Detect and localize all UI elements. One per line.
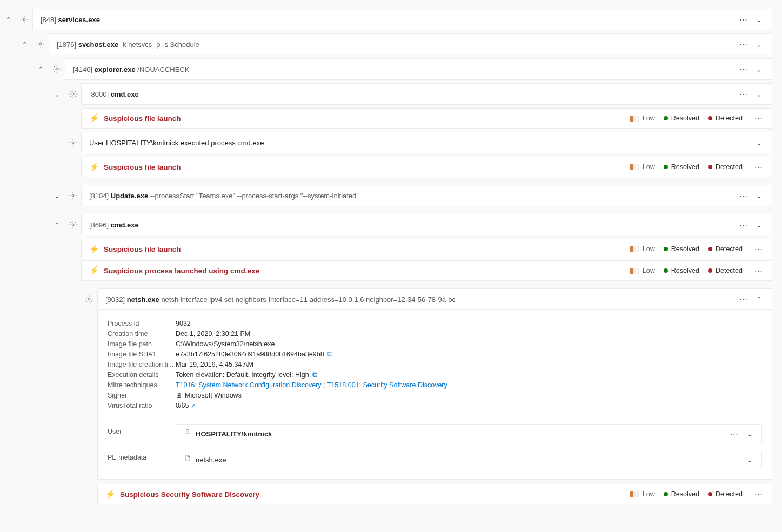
status-resolved: Resolved: [664, 163, 699, 171]
value-path: C:\Windows\System32\netsh.exe: [176, 339, 762, 349]
user-bar[interactable]: HOSPITALITY\kmitnick ⋯ ⌄: [176, 424, 762, 443]
process-title-8696[interactable]: [8696] cmd.exe: [89, 221, 736, 229]
mitre-link-t1518[interactable]: T1518.001: Security Software Discovery: [327, 381, 447, 389]
expand-details-4140[interactable]: ⌄: [751, 65, 766, 73]
alert-title-a1[interactable]: Suspicious file launch: [104, 115, 181, 123]
value-vt: 0/65: [176, 402, 189, 409]
process-title-8104[interactable]: [8104] Update.exe --processStart "Teams.…: [89, 192, 736, 200]
more-actions-4140[interactable]: ⋯: [736, 64, 751, 74]
process-icon-user8000: [65, 134, 81, 151]
process-title-1876[interactable]: [1876] svchost.exe -k netsvcs -p -s Sche…: [57, 41, 736, 49]
expand-details-1876[interactable]: ⌄: [751, 41, 766, 49]
svg-point-0: [23, 18, 25, 21]
svg-point-8: [186, 429, 189, 432]
expand-details-8104[interactable]: ⌄: [751, 192, 766, 200]
more-actions-8104[interactable]: ⋯: [736, 191, 751, 200]
label-mitre: Mitre techniques: [108, 380, 176, 390]
alert-icon: ⚡: [89, 244, 99, 254]
status-detected: Detected: [708, 267, 743, 274]
alert-icon: ⚡: [89, 113, 99, 123]
signer-icon: 🗎: [176, 392, 183, 399]
svg-point-4: [72, 142, 74, 144]
expand-details-8000[interactable]: ⌄: [751, 90, 766, 98]
label-signer: Signer: [108, 390, 176, 401]
more-actions-1876[interactable]: ⋯: [736, 39, 751, 49]
process-icon-9032: [81, 291, 97, 307]
alert-icon: ⚡: [89, 162, 99, 172]
svg-point-1: [39, 43, 42, 45]
svg-point-7: [88, 298, 90, 300]
label-pid: Process id: [108, 319, 176, 329]
severity-low: Low: [630, 163, 655, 171]
expand-details-848[interactable]: ⌄: [751, 16, 766, 24]
process-icon-4140: [49, 61, 65, 77]
copy-sha1-icon[interactable]: ⧉: [327, 351, 332, 358]
expand-toggle-8000[interactable]: ⌄: [49, 86, 65, 102]
more-actions-8000[interactable]: ⋯: [736, 89, 751, 99]
expand-toggle-848[interactable]: ⌃: [0, 11, 16, 28]
expand-details-8696[interactable]: ⌄: [751, 221, 766, 229]
status-resolved: Resolved: [664, 490, 699, 498]
value-ctime: Dec 1, 2020, 2:30:21 PM: [176, 329, 762, 339]
alert-icon: ⚡: [105, 489, 116, 499]
status-detected: Detected: [708, 490, 743, 498]
alert-more-a5[interactable]: ⋯: [751, 489, 766, 499]
severity-low: Low: [630, 115, 655, 122]
alert-title-a4[interactable]: Suspicious process launched using cmd.ex…: [104, 267, 259, 275]
value-exec: Token elevation: Default, Integrity leve…: [176, 371, 309, 379]
file-icon: [184, 454, 191, 465]
alert-icon: ⚡: [89, 266, 99, 275]
mitre-link-t1016[interactable]: T1016: System Network Configuration Disc…: [176, 381, 322, 389]
process-icon-8000: [65, 86, 81, 102]
expand-toggle-8104[interactable]: ⌄: [49, 187, 65, 204]
user-more[interactable]: ⋯: [727, 429, 742, 439]
more-actions-9032[interactable]: ⋯: [736, 294, 751, 304]
process-icon-8696: [65, 217, 81, 233]
event-title-user8000[interactable]: User HOSPITALITY\kmitnick executed proce…: [89, 139, 751, 147]
alert-title-a2[interactable]: Suspicious file launch: [104, 163, 181, 171]
process-title-4140[interactable]: [4140] explorer.exe /NOUACCHECK: [73, 65, 736, 73]
severity-low: Low: [630, 245, 655, 253]
status-resolved: Resolved: [664, 245, 699, 253]
status-detected: Detected: [708, 163, 743, 171]
alert-more-a2[interactable]: ⋯: [751, 162, 766, 172]
label-path: Image file path: [108, 339, 176, 349]
label-ctime: Creation time: [108, 329, 176, 339]
collapse-details-9032[interactable]: ⌃: [751, 295, 766, 304]
svg-point-3: [72, 93, 74, 95]
label-vt: VirusTotal ratio: [108, 401, 176, 411]
status-detected: Detected: [708, 115, 743, 122]
process-title-9032[interactable]: [9032] netsh.exe netsh interface ipv4 se…: [105, 295, 736, 304]
label-user: User: [108, 427, 176, 437]
expand-toggle-1876[interactable]: ⌃: [16, 36, 32, 52]
expand-details-user8000[interactable]: ⌄: [751, 139, 766, 147]
status-resolved: Resolved: [664, 267, 699, 274]
severity-low: Low: [630, 267, 655, 274]
status-resolved: Resolved: [664, 115, 699, 122]
external-link-icon[interactable]: ↗: [191, 402, 196, 409]
svg-point-5: [72, 194, 74, 197]
svg-point-6: [72, 224, 74, 226]
severity-low: Low: [630, 490, 655, 498]
value-pid: 9032: [176, 319, 762, 329]
alert-title-a5[interactable]: Suspicious Security Software Discovery: [120, 490, 259, 499]
process-icon-848: [16, 11, 32, 28]
process-icon-8104: [65, 187, 81, 204]
user-expand[interactable]: ⌄: [742, 429, 757, 439]
process-title-8000[interactable]: [8000] cmd.exe: [89, 90, 736, 98]
alert-more-a1[interactable]: ⋯: [751, 113, 766, 123]
alert-more-a3[interactable]: ⋯: [751, 244, 766, 254]
alert-more-a4[interactable]: ⋯: [751, 266, 766, 275]
more-actions-8696[interactable]: ⋯: [736, 220, 751, 230]
expand-toggle-8696[interactable]: ⌃: [49, 217, 65, 233]
more-actions-848[interactable]: ⋯: [736, 15, 751, 24]
copy-exec-icon[interactable]: ⧉: [312, 371, 317, 379]
pe-bar[interactable]: netsh.exe ⌄: [176, 450, 762, 469]
label-pe: PE metadata: [108, 453, 176, 463]
alert-title-a3[interactable]: Suspicious file launch: [104, 245, 181, 253]
value-ictime: Mar 19, 2019, 4:45:34 AM: [176, 360, 762, 370]
status-detected: Detected: [708, 245, 743, 253]
expand-toggle-4140[interactable]: ⌃: [32, 61, 49, 77]
pe-expand[interactable]: ⌄: [742, 455, 757, 465]
process-title-848[interactable]: [848] services.exe: [41, 16, 736, 24]
